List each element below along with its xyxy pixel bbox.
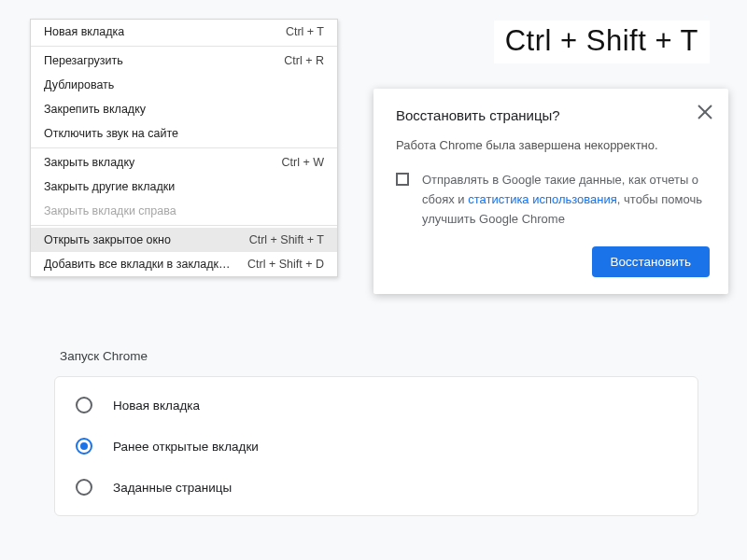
restore-button[interactable]: Восстановить: [592, 246, 710, 277]
dialog-close-button[interactable]: [695, 102, 715, 122]
ctx-separator: [31, 225, 337, 226]
ctx-item-label: Открыть закрытое окно: [44, 233, 171, 246]
send-reports-checkbox[interactable]: [396, 173, 409, 186]
ctx-item-shortcut: Ctrl + T: [286, 25, 324, 38]
startup-option-specific-pages[interactable]: Заданные страницы: [55, 467, 698, 508]
dialog-title: Восстановить страницы?: [396, 107, 710, 123]
radio-label: Новая вкладка: [113, 399, 200, 413]
ctx-item-label: Дублировать: [44, 78, 114, 91]
radio-icon: [76, 397, 92, 413]
ctx-item-label: Отключить звук на сайте: [44, 127, 178, 140]
ctx-item-shortcut: Ctrl + R: [284, 54, 324, 67]
ctx-item-label: Новая вкладка: [44, 25, 124, 38]
ctx-item-label: Закрыть вкладки справа: [44, 204, 176, 217]
shortcut-caption: Ctrl + Shift + T: [494, 21, 710, 63]
ctx-item-label: Добавить все вкладки в закладки...: [44, 258, 231, 271]
ctx-item-shortcut: Ctrl + W: [282, 156, 324, 169]
ctx-reopen-closed-window[interactable]: Открыть закрытое окно Ctrl + Shift + T: [31, 228, 337, 252]
ctx-close-tab[interactable]: Закрыть вкладку Ctrl + W: [31, 150, 337, 175]
ctx-item-shortcut: Ctrl + Shift + D: [247, 258, 324, 271]
usage-stats-link[interactable]: статистика использования: [468, 192, 617, 206]
ctx-separator: [31, 147, 337, 148]
ctx-duplicate[interactable]: Дублировать: [31, 73, 337, 97]
dialog-body-text: Отправлять в Google такие данные, как от…: [422, 170, 710, 230]
dialog-actions: Восстановить: [396, 246, 710, 277]
settings-card: Новая вкладка Ранее открытые вкладки Зад…: [54, 376, 698, 516]
ctx-bookmark-all-tabs[interactable]: Добавить все вкладки в закладки... Ctrl …: [31, 252, 337, 276]
dialog-subtitle: Работа Chrome была завершена некорректно…: [396, 136, 710, 155]
radio-label: Ранее открытые вкладки: [113, 440, 259, 454]
ctx-item-shortcut: Ctrl + Shift + T: [249, 233, 324, 246]
startup-settings-section: Запуск Chrome Новая вкладка Ранее открыт…: [54, 349, 698, 516]
ctx-new-tab[interactable]: Новая вкладка Ctrl + T: [31, 20, 337, 44]
settings-heading: Запуск Chrome: [60, 349, 698, 363]
ctx-item-label: Закрепить вкладку: [44, 103, 146, 116]
ctx-reload[interactable]: Перезагрузить Ctrl + R: [31, 49, 337, 73]
ctx-item-label: Закрыть другие вкладки: [44, 180, 175, 193]
ctx-item-label: Перезагрузить: [44, 54, 123, 67]
ctx-close-other-tabs[interactable]: Закрыть другие вкладки: [31, 175, 337, 199]
restore-pages-dialog: Восстановить страницы? Работа Chrome был…: [374, 89, 728, 294]
startup-option-new-tab[interactable]: Новая вкладка: [55, 385, 698, 426]
radio-icon: [76, 438, 92, 455]
tab-context-menu: Новая вкладка Ctrl + T Перезагрузить Ctr…: [30, 19, 338, 277]
close-icon: [695, 102, 715, 122]
startup-option-continue[interactable]: Ранее открытые вкладки: [55, 426, 698, 467]
ctx-pin-tab[interactable]: Закрепить вкладку: [31, 97, 337, 121]
ctx-close-tabs-right: Закрыть вкладки справа: [31, 199, 337, 223]
ctx-item-label: Закрыть вкладку: [44, 156, 134, 169]
ctx-mute-site[interactable]: Отключить звук на сайте: [31, 121, 337, 146]
radio-label: Заданные страницы: [113, 481, 232, 495]
dialog-body: Отправлять в Google такие данные, как от…: [396, 170, 710, 230]
radio-icon: [76, 479, 92, 496]
ctx-separator: [31, 46, 337, 47]
